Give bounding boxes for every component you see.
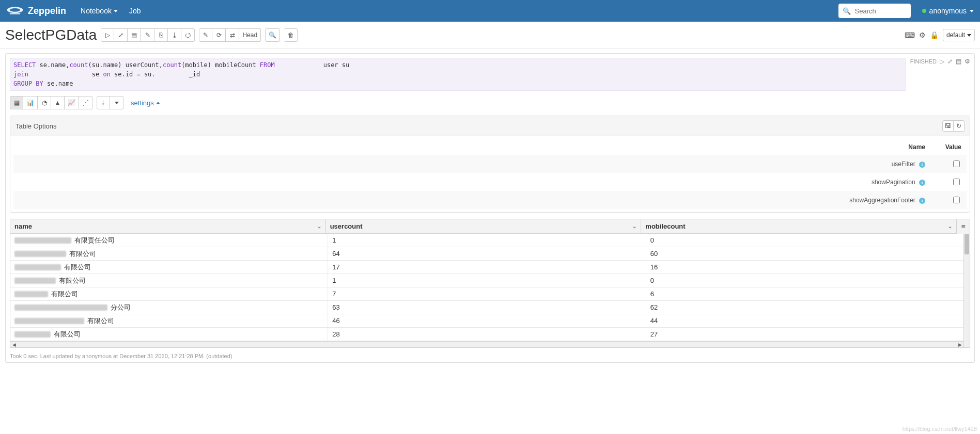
option-checkbox[interactable] bbox=[953, 179, 960, 185]
viz-area-button[interactable]: ▲ bbox=[51, 96, 65, 109]
cell-usercount: 64 bbox=[328, 247, 646, 260]
search-input[interactable] bbox=[854, 7, 907, 15]
caret-down-icon bbox=[114, 10, 118, 12]
reload-note-button[interactable]: ⭯ bbox=[181, 28, 195, 42]
grid-header-cell[interactable]: mobilecount⌄ bbox=[641, 219, 956, 233]
cell-mobilecount: 6 bbox=[646, 287, 963, 300]
table-row[interactable]: 有限公司2827 bbox=[10, 328, 963, 341]
sort-icon[interactable]: ⌄ bbox=[632, 223, 636, 229]
table-row[interactable]: 有限公司10 bbox=[10, 274, 963, 287]
table-row[interactable]: 有限公司76 bbox=[10, 287, 963, 301]
cell-mobilecount: 27 bbox=[646, 328, 963, 341]
sort-icon[interactable]: ⌄ bbox=[317, 223, 321, 229]
clear-output-button[interactable]: ✎ bbox=[141, 28, 154, 42]
commit-button[interactable]: ✎ bbox=[199, 28, 212, 42]
run-all-button[interactable]: ▷ bbox=[101, 28, 114, 42]
paragraph-status-bar: FINISHED ▷ ⤢ ▤ ⚙ bbox=[910, 58, 970, 65]
lock-icon[interactable]: 🔒 bbox=[930, 31, 939, 39]
search-icon: 🔍 bbox=[843, 7, 851, 15]
download-caret[interactable] bbox=[110, 96, 123, 109]
table-row[interactable]: 有限公司6460 bbox=[10, 247, 963, 261]
viz-table-button[interactable]: ▦ bbox=[10, 96, 23, 109]
interpreter-label: default bbox=[946, 31, 965, 39]
keyboard-icon[interactable]: ⌨ bbox=[905, 31, 915, 39]
cell-mobilecount: 16 bbox=[646, 261, 963, 274]
head-button[interactable]: Head bbox=[239, 28, 261, 42]
user-label: anonymous bbox=[929, 7, 967, 15]
option-name: showPagination i bbox=[13, 173, 930, 191]
brand-logo[interactable]: Zeppelin bbox=[6, 5, 66, 17]
grid-header-cell[interactable]: usercount⌄ bbox=[326, 219, 642, 233]
cell-mobilecount: 0 bbox=[646, 274, 963, 287]
option-checkbox[interactable] bbox=[953, 197, 960, 203]
option-name: useFilter i bbox=[13, 155, 930, 173]
paragraph-settings-icon[interactable]: ⚙ bbox=[965, 58, 970, 65]
table-row[interactable]: 有限公司1716 bbox=[10, 261, 963, 274]
code-editor[interactable]: SELECT se.name,count(su.name) userCount,… bbox=[10, 58, 906, 91]
info-icon[interactable]: i bbox=[919, 162, 925, 168]
viz-bar-button[interactable]: 📊 bbox=[23, 96, 38, 109]
info-icon[interactable]: i bbox=[919, 198, 925, 204]
viz-pie-button[interactable]: ◔ bbox=[38, 96, 51, 109]
table-row[interactable]: 有限责任公司10 bbox=[10, 234, 963, 247]
info-icon[interactable]: i bbox=[919, 180, 925, 186]
grid-header-cell[interactable]: name⌄ bbox=[10, 219, 326, 233]
nav-job-label: Job bbox=[129, 7, 141, 15]
nav-job[interactable]: Job bbox=[129, 7, 141, 15]
download-button[interactable]: ⭳ bbox=[97, 96, 110, 109]
scroll-left-icon[interactable]: ◀ bbox=[10, 342, 18, 347]
revision-button[interactable]: ⟳ bbox=[212, 28, 226, 42]
zeppelin-logo-icon bbox=[6, 5, 24, 17]
trash-button[interactable]: 🗑 bbox=[284, 28, 298, 42]
interpreter-select[interactable]: default bbox=[943, 29, 975, 41]
grid-menu-button[interactable]: ≡ bbox=[956, 219, 970, 234]
navbar: Zeppelin Notebook Job 🔍 anonymous bbox=[0, 0, 980, 22]
table-row[interactable]: 有限公司4644 bbox=[10, 314, 963, 328]
cell-usercount: 46 bbox=[328, 314, 646, 327]
table-options-body: Name Value useFilter ishowPagination ish… bbox=[10, 136, 970, 212]
clone-note-button[interactable]: ⎘ bbox=[154, 28, 168, 42]
grid-header: name⌄usercount⌄mobilecount⌄ bbox=[10, 219, 956, 234]
run-controls: ▷ ⤢ ▤ ✎ ⎘ ⭳ ⭯ bbox=[101, 28, 195, 42]
grid-vscroll[interactable] bbox=[963, 234, 970, 347]
grid-hscroll[interactable]: ◀ ▶ bbox=[10, 341, 963, 347]
table-row[interactable]: 分公司6362 bbox=[10, 301, 963, 314]
scroll-thumb[interactable] bbox=[965, 234, 969, 254]
run-paragraph-icon[interactable]: ▷ bbox=[940, 58, 944, 65]
option-row: useFilter i bbox=[13, 155, 967, 173]
viz-line-button[interactable]: 📈 bbox=[65, 96, 79, 109]
download-group: ⭳ bbox=[97, 96, 123, 109]
sort-icon[interactable]: ⌄ bbox=[948, 223, 952, 229]
version-controls: ✎ ⟳ ⇄ Head bbox=[199, 28, 261, 42]
user-menu[interactable]: anonymous bbox=[922, 7, 974, 15]
viz-scatter-button[interactable]: ⋰ bbox=[79, 96, 92, 109]
show-hide-output-button[interactable]: ▤ bbox=[128, 28, 141, 42]
cell-usercount: 7 bbox=[328, 287, 646, 300]
option-value bbox=[930, 173, 967, 191]
viz-type-group: ▦ 📊 ◔ ▲ 📈 ⋰ bbox=[10, 96, 92, 109]
show-hide-code-button[interactable]: ⤢ bbox=[114, 28, 128, 42]
settings-toggle[interactable]: settings bbox=[131, 99, 160, 107]
note-titlebar: SelectPGData ▷ ⤢ ▤ ✎ ⎘ ⭳ ⭯ ✎ ⟳ ⇄ Head 🔍 … bbox=[0, 22, 980, 49]
cell-usercount: 1 bbox=[328, 274, 646, 287]
options-save-button[interactable]: 🖫 bbox=[942, 120, 954, 132]
cell-name: 有限公司 bbox=[10, 328, 328, 341]
paragraph: SELECT se.name,count(su.name) userCount,… bbox=[5, 53, 975, 363]
scroll-right-icon[interactable]: ▶ bbox=[956, 342, 963, 347]
cell-name: 有限公司 bbox=[10, 247, 328, 260]
option-checkbox[interactable] bbox=[953, 160, 960, 167]
hide-editor-icon[interactable]: ⤢ bbox=[947, 58, 953, 65]
hide-output-icon[interactable]: ▤ bbox=[956, 58, 961, 65]
nav-notebook[interactable]: Notebook bbox=[81, 7, 118, 15]
cell-usercount: 1 bbox=[328, 234, 646, 247]
search-code-button[interactable]: 🔍 bbox=[265, 28, 280, 42]
result-grid: name⌄usercount⌄mobilecount⌄ ≡ 有限责任公司10有限… bbox=[10, 219, 970, 348]
brand-text: Zeppelin bbox=[28, 6, 66, 17]
global-search[interactable]: 🔍 bbox=[838, 4, 911, 18]
compare-button[interactable]: ⇄ bbox=[226, 28, 239, 42]
nav-notebook-label: Notebook bbox=[81, 7, 112, 15]
options-reset-button[interactable]: ↻ bbox=[953, 120, 965, 132]
note-title[interactable]: SelectPGData bbox=[5, 27, 97, 43]
export-note-button[interactable]: ⭳ bbox=[168, 28, 181, 42]
gear-icon[interactable]: ⚙ bbox=[919, 31, 926, 39]
